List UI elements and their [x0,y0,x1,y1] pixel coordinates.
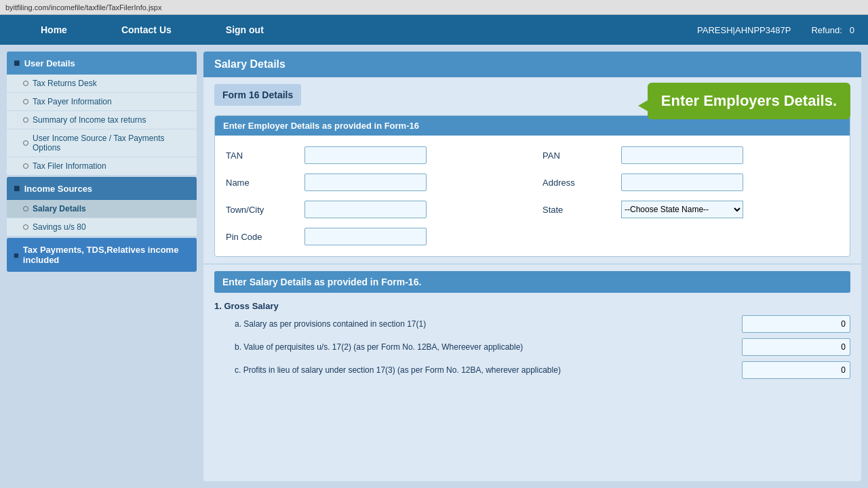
sidebar-item-salary-details[interactable]: Salary Details [7,200,197,218]
nav-contact[interactable]: Contact Us [94,15,199,45]
browser-bar: byitfiling.com/incomefile/taxfile/TaxFil… [0,0,868,15]
address-input[interactable] [621,174,743,191]
employer-details-form: Enter Employer Details as provided in Fo… [214,115,850,257]
gross-salary-label: 1. Gross Salary [214,301,850,311]
form16-section: Form 16 Details Enter Employers Details.… [203,77,861,264]
sub-b-input[interactable] [742,338,850,356]
towncity-input[interactable] [304,201,427,218]
user-info: PARESH|AHNPP3487P Refund: 0 [697,25,854,35]
sub-a-input[interactable] [742,315,850,333]
sidebar-header-income-sources[interactable]: ■ Income Sources [7,177,197,200]
name-group: Name [226,174,522,191]
sidebar-item-savings[interactable]: Savings u/s 80 [7,218,197,237]
browser-url: byitfiling.com/incomefile/taxfile/TaxFil… [5,3,161,12]
sidebar-item-tax-filer[interactable]: Tax Filer Information [7,157,197,176]
form16-title: Form 16 Details [214,84,301,106]
content-header: Salary Details [203,52,861,77]
bullet-icon: ■ [14,250,19,260]
sidebar-item-income-source[interactable]: User Income Source / Tax Payments Option… [7,129,197,157]
tan-group: TAN [226,146,522,164]
nav-home[interactable]: Home [14,15,94,45]
dot-icon [23,99,28,104]
refund-info: Refund: 0 [811,25,854,35]
dot-icon [23,81,28,86]
towncity-group: Town/City [226,201,522,218]
user-name: PARESH|AHNPP3487P [697,25,791,35]
dot-icon [23,206,28,211]
tan-label: TAN [226,150,294,161]
dot-icon [23,224,28,230]
sidebar-section-income-sources: ■ Income Sources Salary Details Savings … [7,177,197,237]
bullet-icon: ■ [14,182,20,195]
address-label: Address [542,178,610,188]
nav-signout[interactable]: Sign out [199,15,291,45]
gross-salary-item: 1. Gross Salary a. Salary as per provisi… [214,301,850,379]
pan-label: PAN [542,150,610,161]
sidebar-item-summary[interactable]: Summary of Income tax returns [7,111,197,129]
sub-c-input[interactable] [742,361,850,379]
bullet-icon: ■ [14,57,20,69]
salary-section-title: Enter Salary Details as provided in Form… [214,271,850,293]
sub-c-label: c. Profits in lieu of salary under secti… [235,365,735,376]
empty-cell [542,228,839,245]
sidebar-section-tax-payments[interactable]: ■ Tax Payments, TDS,Relatives income inc… [7,238,197,272]
pincode-input[interactable] [304,228,427,245]
state-group: State --Choose State Name-- [542,201,839,218]
dot-icon [23,163,28,169]
name-label: Name [226,178,294,188]
sidebar-section-user-details: ■ User Details Tax Returns Desk Tax Paye… [7,52,197,176]
employer-form-fields: TAN PAN Name Address [226,146,839,245]
towncity-label: Town/City [226,205,294,215]
address-group: Address [542,174,839,191]
salary-sub-b: b. Value of perquisites u/s. 17(2) (as p… [214,338,850,356]
name-input[interactable] [304,174,427,191]
pan-group: PAN [542,146,839,164]
sidebar-item-tax-payer-info[interactable]: Tax Payer Information [7,93,197,111]
dot-icon [23,117,28,123]
sidebar: ■ User Details Tax Returns Desk Tax Paye… [7,52,197,481]
dot-icon [23,140,28,146]
tooltip-bubble: Enter Employers Details. [648,83,850,119]
sidebar-header-user-details[interactable]: ■ User Details [7,52,197,75]
tan-input[interactable] [304,146,427,164]
sidebar-item-tax-returns-desk[interactable]: Tax Returns Desk [7,75,197,93]
pincode-group: Pin Code [226,228,522,245]
navbar: Home Contact Us Sign out PARESH|AHNPP348… [0,15,868,45]
state-label: State [542,205,610,215]
sub-a-label: a. Salary as per provisions contained in… [235,319,735,330]
content-area: Salary Details Form 16 Details Enter Emp… [203,52,861,481]
pan-input[interactable] [621,146,743,164]
salary-sub-c: c. Profits in lieu of salary under secti… [214,361,850,379]
pincode-label: Pin Code [226,232,294,242]
state-select[interactable]: --Choose State Name-- [621,201,743,218]
salary-sub-a: a. Salary as per provisions contained in… [214,315,850,333]
salary-section: Enter Salary Details as provided in Form… [203,264,861,391]
main-layout: ■ User Details Tax Returns Desk Tax Paye… [0,45,868,488]
sub-b-label: b. Value of perquisites u/s. 17(2) (as p… [235,342,735,353]
